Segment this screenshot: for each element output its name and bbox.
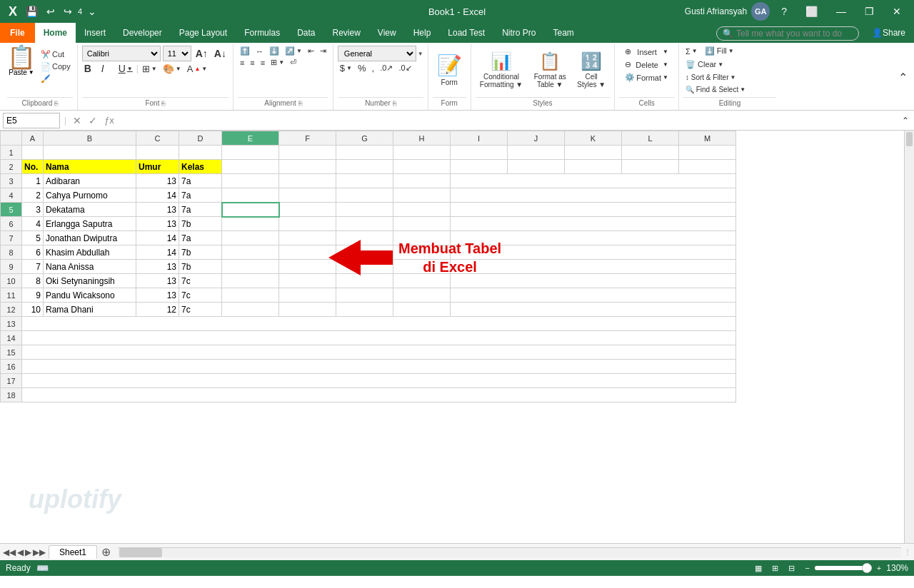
excel-icon[interactable]: X (6, 3, 20, 21)
help-button[interactable]: ? (774, 0, 794, 23)
cell-d7[interactable]: 7a (179, 231, 222, 245)
cell-a9[interactable]: 7 (22, 260, 44, 274)
page-layout-view-button[interactable]: ⊞ (770, 563, 780, 574)
cell-d12[interactable]: 7c (179, 303, 222, 317)
share-button[interactable]: 👤 Share (863, 23, 914, 43)
decrease-decimal-button[interactable]: .0↙ (396, 63, 413, 74)
font-name-select[interactable]: Calibri (82, 46, 161, 61)
row-header-2[interactable]: 2 (1, 160, 22, 174)
cell-h10[interactable] (393, 274, 451, 288)
cell-b11[interactable]: Pandu Wicaksono (44, 288, 136, 303)
tab-data[interactable]: Data (288, 23, 323, 43)
cell-g4[interactable] (336, 188, 393, 203)
sort-filter-button[interactable]: ↕️ Sort & Filter ▼ (683, 73, 738, 82)
cell-e6[interactable] (222, 217, 279, 231)
row-header-10[interactable]: 10 (1, 274, 22, 288)
cell-a1[interactable] (22, 146, 44, 160)
cell-d5[interactable]: 7a (179, 203, 222, 217)
cell-e4[interactable] (222, 188, 279, 203)
cell-e2[interactable] (222, 160, 279, 174)
tab-help[interactable]: Help (405, 23, 440, 43)
underline-button[interactable]: U▼ (116, 62, 135, 75)
row-header-15[interactable]: 15 (1, 345, 22, 360)
cell-f4[interactable] (279, 188, 336, 203)
cell-c1[interactable] (136, 146, 179, 160)
cell-a10[interactable]: 8 (22, 274, 44, 288)
cell-l2[interactable] (622, 160, 679, 174)
cell-g2[interactable] (336, 160, 393, 174)
comma-button[interactable]: , (370, 62, 377, 74)
normal-view-button[interactable]: ▦ (753, 563, 764, 574)
zoom-in-button[interactable]: + (875, 563, 883, 573)
cell-c5[interactable]: 13 (136, 203, 179, 217)
cell-g9[interactable] (336, 260, 393, 274)
cell-c2[interactable]: Umur (136, 160, 179, 174)
cell-b7[interactable]: Jonathan Dwiputra (44, 231, 136, 245)
cell-c9[interactable]: 13 (136, 260, 179, 274)
accessibility-icon[interactable]: ⌨️ (36, 562, 49, 574)
cell-b6[interactable]: Erlangga Saputra (44, 217, 136, 231)
insert-cells-button[interactable]: ⊕ Insert ▼ (619, 46, 674, 58)
cell-c11[interactable]: 13 (136, 288, 179, 303)
undo-button[interactable]: ↩ (44, 4, 58, 19)
cell-c8[interactable]: 14 (136, 245, 179, 260)
row-header-14[interactable]: 14 (1, 331, 22, 345)
tab-file[interactable]: File (0, 23, 35, 43)
last-sheet-button[interactable]: ▶▶ (33, 547, 46, 557)
grow-font-button[interactable]: A↑ (194, 47, 210, 60)
cell-m1[interactable] (679, 146, 736, 160)
first-sheet-button[interactable]: ◀◀ (3, 547, 16, 557)
align-middle-button[interactable]: ↔️ (253, 46, 266, 56)
font-size-select[interactable]: 11 (163, 46, 191, 61)
cell-g6[interactable] (336, 217, 393, 231)
currency-button[interactable]: $▼ (338, 62, 354, 74)
col-header-l[interactable]: L (622, 131, 679, 146)
tab-home[interactable]: Home (35, 23, 76, 43)
form-button[interactable]: 📝 Form (433, 49, 466, 91)
row-header-16[interactable]: 16 (1, 360, 22, 374)
cell-c10[interactable]: 13 (136, 274, 179, 288)
fill-button[interactable]: ⬇️ Fill ▼ (703, 46, 736, 56)
cell-d9[interactable]: 7b (179, 260, 222, 274)
col-header-c[interactable]: C (136, 131, 179, 146)
formula-input[interactable] (119, 114, 897, 127)
cell-a7[interactable]: 5 (22, 231, 44, 245)
row-header-17[interactable]: 17 (1, 374, 22, 388)
row-header-1[interactable]: 1 (1, 146, 22, 160)
cell-f3[interactable] (279, 174, 336, 188)
number-expand-icon[interactable]: ⎘ (393, 100, 396, 107)
row-header-8[interactable]: 8 (1, 245, 22, 260)
cell-h8[interactable] (393, 245, 451, 260)
row-header-18[interactable]: 18 (1, 388, 22, 402)
col-header-a[interactable]: A (22, 131, 44, 146)
conditional-formatting-button[interactable]: 📊 ConditionalFormatting ▼ (476, 49, 527, 91)
cell-f1[interactable] (279, 146, 336, 160)
cell-a2[interactable]: No. (22, 160, 44, 174)
cell-f2[interactable] (279, 160, 336, 174)
restore-button[interactable]: ❐ (858, 0, 881, 23)
cell-f7[interactable] (279, 231, 336, 245)
clear-button[interactable]: 🗑️ Clear ▼ (683, 59, 725, 70)
cell-f5[interactable] (279, 203, 336, 217)
indent-increase-button[interactable]: ⇥ (318, 46, 328, 56)
cell-d4[interactable]: 7a (179, 188, 222, 203)
add-sheet-button[interactable]: ⊕ (97, 545, 115, 559)
cell-c7[interactable]: 14 (136, 231, 179, 245)
row-header-9[interactable]: 9 (1, 260, 22, 274)
next-sheet-button[interactable]: ▶ (25, 547, 31, 557)
col-header-b[interactable]: B (44, 131, 136, 146)
cell-a4[interactable]: 2 (22, 188, 44, 203)
clipboard-expand-icon[interactable]: ⎘ (54, 100, 58, 107)
align-top-button[interactable]: ⬆️ (238, 46, 252, 56)
font-color-button[interactable]: A▲▼ (185, 63, 210, 75)
cell-c3[interactable]: 13 (136, 174, 179, 188)
cell-k1[interactable] (565, 146, 622, 160)
align-right-button[interactable]: ≡ (258, 58, 267, 68)
tab-team[interactable]: Team (545, 23, 583, 43)
fill-color-button[interactable]: 🎨▼ (161, 63, 184, 75)
cell-b5[interactable]: Dekatama (44, 203, 136, 217)
col-header-g[interactable]: G (336, 131, 393, 146)
row-header-11[interactable]: 11 (1, 288, 22, 303)
cell-d3[interactable]: 7a (179, 174, 222, 188)
cell-j2[interactable] (508, 160, 565, 174)
